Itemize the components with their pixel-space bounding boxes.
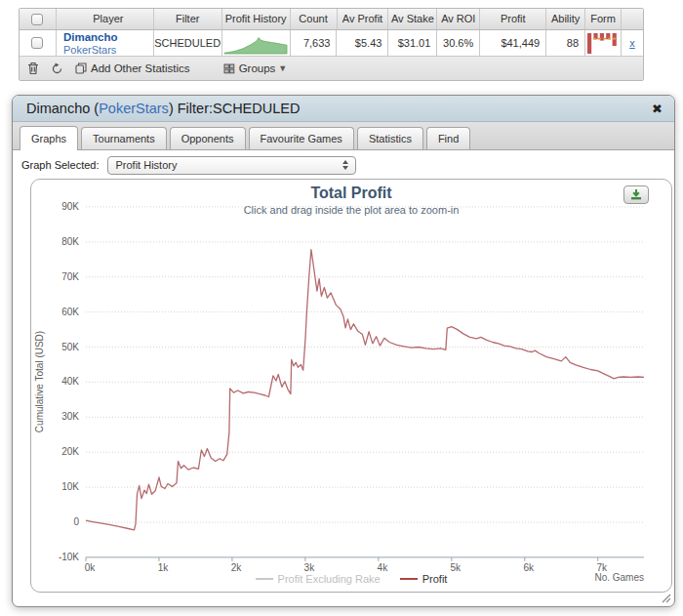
dialog-title: Dimancho (PokerStars) Filter:SCHEDULED [26,101,650,116]
column-header-filter[interactable]: Filter [154,9,222,29]
profit-history-sparkline [222,30,289,56]
remove-row-link[interactable]: x [622,30,643,56]
column-header-av-profit[interactable]: Av Profit [338,9,389,29]
tab-favourite-games[interactable]: Favourite Games [249,127,354,149]
player-cell[interactable]: Dimancho PokerStars [57,30,154,56]
svg-text:40K: 40K [61,376,79,387]
trash-icon[interactable] [27,62,39,75]
tab-graphs[interactable]: Graphs [20,126,78,150]
svg-text:4k: 4k [378,562,389,573]
tab-opponents[interactable]: Opponents [170,127,246,149]
graph-selected-value: Profit History [116,159,178,171]
table-row[interactable]: Dimancho PokerStars SCHEDULED 7,633 $5.4… [20,30,643,57]
svg-text:80K: 80K [61,236,79,247]
column-header-player[interactable]: Player [57,9,154,29]
form-mini-chart [585,30,620,56]
column-header-av-stake[interactable]: Av Stake [388,9,437,29]
svg-text:20K: 20K [61,446,79,457]
svg-text:10K: 10K [61,481,79,492]
column-header-av-roi[interactable]: Av ROI [437,9,480,29]
svg-text:Cumulative Total (USD): Cumulative Total (USD) [34,331,45,432]
av-stake-cell: $31.01 [388,30,437,56]
select-all-checkbox-cell [20,9,57,29]
column-header-count[interactable]: Count [291,9,338,29]
groups-icon [223,63,235,74]
form-chart-cell [585,30,622,56]
remove-row-cell: x [622,30,643,56]
graph-selected-label: Graph Selected: [21,159,100,171]
column-header-blank [622,9,643,29]
svg-text:6k: 6k [524,562,536,573]
close-icon[interactable]: ✖ [650,101,664,117]
add-statistics-button[interactable]: Add Other Statistics [75,62,190,74]
graph-selector-row: Graph Selected: Profit History [13,150,674,180]
resize-handle-icon[interactable] [661,593,671,603]
profit-line-chart[interactable]: 90K80K70K60K50K40K30K20K10K0-10K0k1k2k3k… [31,180,672,593]
player-site[interactable]: PokerStars [63,44,153,56]
dialog-tab-strip: Graphs Tournaments Opponents Favourite G… [13,122,674,150]
dialog-title-site: PokerStars [99,101,169,116]
svg-text:30K: 30K [61,411,79,422]
legend-item-profit[interactable]: Profit [400,573,448,585]
svg-text:-10K: -10K [59,552,79,562]
groups-label: Groups [239,62,276,74]
graph-selected-dropdown[interactable]: Profit History [107,156,356,175]
dialog-header[interactable]: Dimancho (PokerStars) Filter:SCHEDULED ✖ [13,96,674,122]
legend-swatch-gray [256,578,273,580]
svg-text:0: 0 [73,516,79,527]
svg-text:3k: 3k [304,562,316,573]
profit-history-sparkline-cell [222,30,291,56]
svg-text:1k: 1k [158,562,170,573]
av-roi-cell: 30.6% [437,30,480,56]
player-detail-dialog: Dimancho (PokerStars) Filter:SCHEDULED ✖… [12,95,675,607]
copy-icon [75,62,87,74]
player-name[interactable]: Dimancho [63,31,153,44]
svg-text:90K: 90K [61,201,79,212]
dialog-title-filter: ) Filter:SCHEDULED [169,101,301,116]
legend-label: Profit Excluding Rake [278,573,381,585]
column-header-profit[interactable]: Profit [480,9,546,29]
select-all-checkbox[interactable] [31,14,43,25]
add-statistics-label: Add Other Statistics [91,62,190,74]
svg-text:2k: 2k [231,562,243,573]
row-checkbox-cell [20,30,57,56]
row-checkbox[interactable] [31,37,43,49]
tab-tournaments[interactable]: Tournaments [81,127,167,149]
filter-cell: SCHEDULED [154,30,222,56]
select-stepper-icon [340,159,352,172]
svg-text:0k: 0k [85,562,97,573]
profit-chart-panel[interactable]: Total Profit Click and drag inside the p… [30,179,672,593]
svg-text:5k: 5k [451,562,462,573]
dialog-title-player: Dimancho ( [26,101,99,116]
av-profit-cell: $5.43 [337,30,388,56]
table-toolbar: Add Other Statistics Groups ▼ [20,57,643,80]
column-header-ability[interactable]: Ability [546,9,585,29]
table-header-row: Player Filter Profit History Count Av Pr… [20,9,643,30]
player-stats-table: Player Filter Profit History Count Av Pr… [19,8,644,81]
legend-swatch-red [400,578,418,580]
svg-text:50K: 50K [61,342,79,352]
tab-find[interactable]: Find [426,127,470,149]
chevron-down-icon: ▼ [278,63,287,73]
profit-cell: $41,449 [480,30,546,56]
groups-button[interactable]: Groups ▼ [223,62,288,74]
legend-label: Profit [422,573,448,585]
ability-cell: 88 [546,30,585,56]
chart-legend: Profit Excluding Rake Profit [31,573,671,585]
tab-statistics[interactable]: Statistics [357,127,423,149]
refresh-icon[interactable] [51,62,63,75]
column-header-profit-history[interactable]: Profit History [222,9,291,29]
svg-text:60K: 60K [61,307,79,317]
legend-item-profit-excluding-rake[interactable]: Profit Excluding Rake [256,573,381,585]
svg-text:70K: 70K [61,271,79,282]
x-axis-title: No. Games [594,572,644,583]
count-cell: 7,633 [291,30,338,56]
column-header-form[interactable]: Form [585,9,622,29]
